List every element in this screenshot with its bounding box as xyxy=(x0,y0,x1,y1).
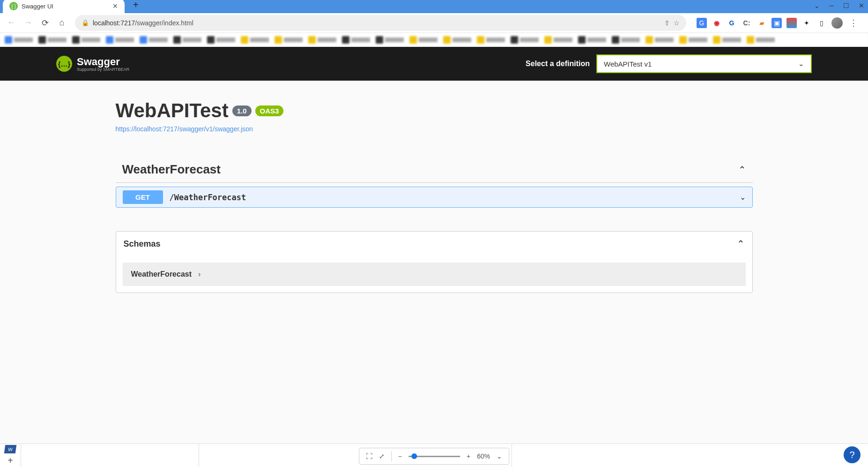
browser-tab-strip: { } Swagger UI ✕ + ⌄ ─ ☐ ✕ xyxy=(0,0,868,13)
method-badge: GET xyxy=(123,190,163,204)
schemas-section: Schemas ⌃ WeatherForecast › xyxy=(116,231,753,293)
browser-menu[interactable]: ⋮ xyxy=(847,18,860,28)
swagger-favicon-icon: { } xyxy=(9,2,18,10)
word-icon[interactable]: W xyxy=(4,445,17,453)
home-button[interactable]: ⌂ xyxy=(55,16,68,30)
schemas-title: Schemas xyxy=(124,239,161,249)
panel-icon[interactable]: ▯ xyxy=(816,18,827,28)
window-controls: ⌄ ─ ☐ ✕ xyxy=(814,2,864,9)
zoom-out-button[interactable]: − xyxy=(398,452,402,460)
chevron-right-icon: › xyxy=(198,270,200,279)
chevron-down-icon: ⌄ xyxy=(740,193,746,202)
definition-value: WebAPITest v1 xyxy=(604,60,652,68)
oas-badge: OAS3 xyxy=(255,105,284,116)
browser-tab[interactable]: { } Swagger UI ✕ xyxy=(3,0,125,13)
definition-selector: Select a definition WebAPITest v1 ⌄ xyxy=(526,54,812,73)
ext-icon[interactable]: C: xyxy=(742,18,752,28)
back-button[interactable]: ← xyxy=(5,16,18,30)
ext-icon[interactable]: G xyxy=(697,18,707,28)
operation-row[interactable]: GET /WeatherForecast ⌄ xyxy=(116,187,753,208)
swagger-logo[interactable]: {…} Swagger Supported by SMARTBEAR xyxy=(56,56,129,72)
extension-icons: G ◉ G C: ▰ ▣ ✦ ▯ ⋮ xyxy=(693,17,863,29)
tag-header[interactable]: WeatherForecast ⌃ xyxy=(116,157,753,183)
chevron-up-icon: ⌃ xyxy=(738,164,746,175)
new-tab-button[interactable]: + xyxy=(127,0,144,12)
swagger-logo-subtext: Supported by SMARTBEAR xyxy=(77,67,129,72)
help-button[interactable]: ? xyxy=(844,446,861,463)
ext-icon[interactable] xyxy=(786,18,797,28)
schema-model[interactable]: WeatherForecast › xyxy=(123,263,746,286)
chevron-up-icon: ⌃ xyxy=(737,238,745,249)
forward-button[interactable]: → xyxy=(22,16,35,30)
bookmarks-bar[interactable] xyxy=(0,33,868,47)
add-button[interactable]: + xyxy=(7,455,13,466)
api-title: WebAPITest xyxy=(116,99,229,122)
zoom-in-button[interactable]: + xyxy=(467,452,470,460)
schema-name: WeatherForecast xyxy=(131,270,192,279)
zoom-slider[interactable] xyxy=(408,456,460,457)
url-text: localhost:7217/swagger/index.html xyxy=(93,19,660,27)
api-version-badge: 1.0 xyxy=(232,105,252,116)
swagger-logo-icon: {…} xyxy=(56,56,72,72)
zoom-control: ⛶ ⤢ − + 60% ⌄ xyxy=(359,448,509,465)
maximize-icon[interactable]: ☐ xyxy=(843,2,849,9)
chevron-down-icon[interactable]: ⌄ xyxy=(497,452,502,460)
url-path: /swagger/index.html xyxy=(135,19,193,27)
tab-title: Swagger UI xyxy=(22,3,109,10)
close-tab-icon[interactable]: ✕ xyxy=(112,2,118,10)
close-window-icon[interactable]: ✕ xyxy=(859,2,864,9)
page-content: {…} Swagger Supported by SMARTBEAR Selec… xyxy=(0,47,868,444)
outer-app-left: W + xyxy=(0,444,21,467)
schemas-header[interactable]: Schemas ⌃ xyxy=(116,232,752,256)
swagger-topbar: {…} Swagger Supported by SMARTBEAR Selec… xyxy=(0,47,868,81)
zoom-percent: 60% xyxy=(477,452,490,460)
definition-label: Select a definition xyxy=(526,60,590,68)
operation-path: /WeatherForecast xyxy=(170,193,740,202)
chevron-down-icon[interactable]: ⌄ xyxy=(814,2,820,9)
url-host: localhost:7217 xyxy=(93,19,135,27)
swagger-logo-text: Swagger xyxy=(77,56,129,68)
fit-page-icon[interactable]: ⤢ xyxy=(379,452,385,460)
minimize-icon[interactable]: ─ xyxy=(829,2,834,9)
swagger-json-link[interactable]: https://localhost:7217/swagger/v1/swagge… xyxy=(116,125,253,133)
navigation-bar: ← → ⟳ ⌂ 🔒 localhost:7217/swagger/index.h… xyxy=(0,13,868,33)
extensions-icon[interactable]: ✦ xyxy=(801,18,812,28)
tag-name: WeatherForecast xyxy=(122,162,221,177)
definition-dropdown[interactable]: WebAPITest v1 ⌄ xyxy=(596,54,812,73)
reload-button[interactable]: ⟳ xyxy=(38,16,52,30)
user-avatar[interactable] xyxy=(831,17,843,29)
ext-icon[interactable]: ▣ xyxy=(772,18,782,28)
star-icon[interactable]: ☆ xyxy=(674,19,680,27)
ext-icon[interactable]: ▰ xyxy=(757,18,767,28)
ext-icon[interactable]: G xyxy=(727,18,737,28)
share-icon[interactable]: ⇧ xyxy=(664,19,670,27)
fit-width-icon[interactable]: ⛶ xyxy=(366,452,372,460)
api-header: WebAPITest 1.0 OAS3 xyxy=(116,99,753,122)
ext-icon[interactable]: ◉ xyxy=(712,18,722,28)
outer-app-bar: W + ⛶ ⤢ − + 60% ⌄ ? xyxy=(0,444,868,467)
chevron-down-icon: ⌄ xyxy=(798,60,804,68)
tag-section: WeatherForecast ⌃ GET /WeatherForecast ⌄ xyxy=(116,157,753,208)
lock-icon: 🔒 xyxy=(82,19,89,26)
swagger-main: WebAPITest 1.0 OAS3 https://localhost:72… xyxy=(59,81,809,312)
address-bar[interactable]: 🔒 localhost:7217/swagger/index.html ⇧ ☆ xyxy=(75,15,686,31)
